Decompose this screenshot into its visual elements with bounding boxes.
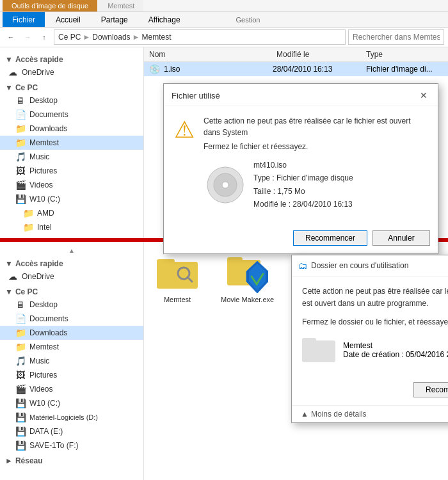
dialog2-retry-btn[interactable]: Recommencer [413,382,448,397]
data-icon-b: 💾 [15,426,26,436]
dialog1-msg-row: ⚠ Cette action ne peut pas être réalisée… [174,115,428,152]
moviemaker-icon [227,252,268,293]
svg-point-2 [222,182,228,188]
dialog1-sub-msg: Fermez le fichier et réessayez. [204,141,428,152]
chevron-up-icon: ▲ [301,410,308,419]
icon-item-memtest[interactable]: Memtest [150,248,204,307]
sidebar-bottom-data[interactable]: 💾 DATA (E:) [0,424,143,438]
ribbon-tabs: Outils d'image de disque Memtest [0,0,448,12]
sidebar-item-onedrive[interactable]: ☁ OneDrive [0,65,143,79]
file-row-1iso[interactable]: 💿 1.iso 28/04/2010 16:13 Fichier d'image… [144,62,448,76]
dialog2-main-msg: Cette action ne peut pas être réalisée c… [302,285,448,310]
dialog1-titlebar: Fichier utilisé ✕ [164,84,438,106]
dialog1-main-msg: Cette action ne peut pas être réalisée c… [204,115,428,138]
iso-file-icon: 💿 [149,64,160,74]
dialog1-cancel-btn[interactable]: Annuler [372,230,430,246]
breadcrumb-pc[interactable]: Ce PC [58,33,81,42]
breadcrumb-downloads[interactable]: Downloads [92,33,130,42]
sidebar-section-acces-rapide[interactable]: ▼ Accès rapide [0,51,143,65]
desktop-icon: 🖥 [15,95,26,106]
sidebar-section-ce-pc[interactable]: ▼ Ce PC [0,79,143,93]
up-btn[interactable]: ↑ [37,30,51,44]
sidebar-bottom-videos[interactable]: 🎬 Videos [0,382,143,396]
sidebar-item-downloads[interactable]: 📁 Downloads [0,122,143,136]
tab-fichier[interactable]: Fichier [3,12,45,27]
memtest-icon-label: Memtest [164,296,191,303]
file-name-1iso: 1.iso [164,65,269,74]
sidebar-bottom-onedrive[interactable]: ☁ OneDrive [0,269,143,284]
sidebar-bottom-pictures[interactable]: 🖼 Pictures [0,368,143,382]
back-btn[interactable]: ← [4,30,18,44]
memtest-folder-large-icon [157,252,198,293]
svg-rect-4 [157,259,175,266]
downloads-icon-b: 📁 [15,328,26,338]
dialog2-body: Cette action ne peut pas être réalisée c… [292,276,448,378]
bottom-main-area: ▲ ▼ Accès rapide ☁ OneDrive ▼ Ce PC 🖥 De… [0,242,448,480]
dialog2-file-info: Memtest Date de création : 05/04/2016 22… [302,335,448,365]
svg-rect-12 [302,338,316,344]
dialog2-details-toggle[interactable]: ▲ Moins de détails [292,405,448,422]
file-date-1iso: 28/04/2010 16:13 [273,65,362,74]
documents-icon: 📄 [15,109,26,120]
sidebar-item-w10[interactable]: 💾 W10 (C:) [0,192,143,206]
dialog2-app-icon: 🗂 [298,260,307,271]
dialog1-message: Cette action ne peut pas être réalisée c… [204,115,428,152]
breadcrumb-memtest[interactable]: Memtest [142,33,172,42]
cd-file-icon [206,166,244,204]
search-input[interactable] [348,29,444,45]
tab-accueil[interactable]: Accueil [46,12,90,27]
sidebar-item-pictures[interactable]: 🖼 Pictures [0,164,143,178]
sidebar-bottom-documents[interactable]: 📄 Documents [0,312,143,326]
dialog2-folder-details: Memtest Date de création : 05/04/2016 22… [343,341,448,359]
onedrive-icon-b: ☁ [8,271,18,282]
col-header-type[interactable]: Type [366,50,443,59]
dialog1-retry-btn[interactable]: Recommencer [293,230,367,246]
pictures-icon: 🖼 [15,166,26,176]
sidebar-item-amd[interactable]: 📁 AMD [0,206,143,220]
col-header-date[interactable]: Modifié le [276,50,366,59]
bottom-half: ▲ ▼ Accès rapide ☁ OneDrive ▼ Ce PC 🖥 De… [0,242,448,480]
sidebar-item-videos[interactable]: 🎬 Videos [0,178,143,192]
gestion-label: Gestion [230,14,267,26]
sidebar-bottom-downloads[interactable]: 📁 Downloads [0,326,143,340]
desktop-icon-b: 🖥 [15,300,26,310]
downloads-icon: 📁 [15,124,26,134]
sidebar-item-documents[interactable]: 📄 Documents [0,108,143,122]
sidebar-bottom-desktop[interactable]: 🖥 Desktop [0,298,143,312]
sidebar-top: ▼ Accès rapide ☁ OneDrive ▼ Ce PC 🖥 Desk… [0,47,144,238]
sidebar-item-memtest[interactable]: 📁 Memtest [0,136,143,150]
col-header-name[interactable]: Nom [149,50,276,59]
dialog-fichier-utilise: Fichier utilisé ✕ ⚠ Cette action ne peut… [163,83,438,254]
sidebar-bottom-memtest[interactable]: 📁 Memtest [0,340,143,354]
icon-item-moviemaker[interactable]: Movie Maker.exe [214,248,280,307]
sidebar-bottom-music[interactable]: 🎵 Music [0,354,143,368]
forward-btn[interactable]: → [20,30,35,44]
sidebar-bottom: ▲ ▼ Accès rapide ☁ OneDrive ▼ Ce PC 🖥 De… [0,242,144,480]
icon-area: Memtest [144,242,448,480]
dialog1-file-details: mt410.iso Type : Fichier d'image disque … [253,159,353,211]
tab-outils[interactable]: Outils d'image de disque [3,0,97,12]
file-list-header: Nom Modifié le Type [144,47,448,62]
breadcrumb[interactable]: Ce PC ► Downloads ► Memtest [54,29,346,45]
sidebar-bottom-ce-pc[interactable]: ▼ Ce PC [0,284,143,298]
tab-affichage[interactable]: Affichage [139,12,190,27]
sidebar-bottom-w10[interactable]: 💾 W10 (C:) [0,396,143,410]
file-detail-size: Taille : 1,75 Mo [253,185,353,198]
sidebar-bottom-save[interactable]: 💾 SAVE-1To (F:) [0,438,143,452]
save-icon-b: 💾 [15,440,26,451]
sidebar-item-desktop[interactable]: 🖥 Desktop [0,93,143,108]
music-icon-b: 🎵 [15,356,26,366]
sidebar-item-intel[interactable]: 📁 Intel [0,220,143,234]
dialog1-file-info: mt410.iso Type : Fichier d'image disque … [206,159,428,211]
sidebar-bottom-materiel[interactable]: 💾 Matériel-Logiciels (D:) [0,410,143,424]
dialog1-close-btn[interactable]: ✕ [417,89,430,102]
videos-icon-b: 🎬 [15,384,26,394]
sidebar-bottom-reseau[interactable]: ► Réseau [0,452,143,467]
sidebar-bottom-acces-rapide[interactable]: ▼ Accès rapide [0,255,143,269]
dialog2-folder-name: Memtest [343,341,448,350]
w10-icon: 💾 [15,194,26,204]
sidebar-item-music[interactable]: 🎵 Music [0,150,143,164]
scroll-up-arrow[interactable]: ▲ [68,247,75,254]
dialog2-title: Dossier en cours d'utilisation [311,261,448,270]
tab-partage[interactable]: Partage [92,12,138,27]
